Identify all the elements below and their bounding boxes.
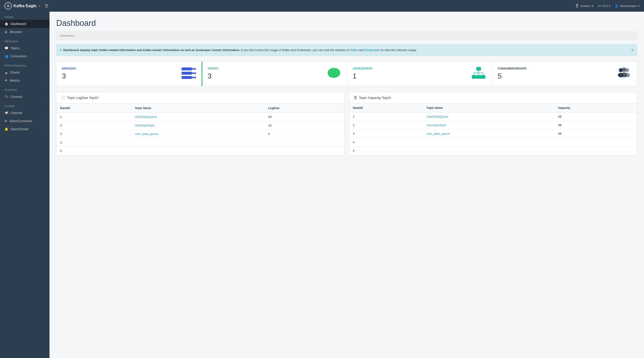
brokers-label: BROKERS — [62, 67, 76, 70]
stat-cards: BROKERS 3 — [56, 61, 637, 86]
logsize-table-card: 📄 Topic LogSize Top10 RankID Topic Name … — [56, 92, 344, 155]
zookeeper-link[interactable]: Zookeeper — [365, 48, 380, 52]
sidebar-section-plugins: PLUGINS — [0, 84, 50, 93]
capacity-table-header: 🗄 Topic Capacity Top10 — [349, 92, 637, 103]
rank-cell: 1 — [56, 112, 131, 121]
topic-link[interactable]: UserDataTopic — [135, 124, 155, 127]
info-alert: ℹ Dashboard display topic Kafka related … — [56, 44, 637, 56]
logsize-table: RankID Topic Name LogSize 1 UserDataQueu… — [56, 104, 344, 155]
sidebar-item-consumers[interactable]: 👥 Consumers — [0, 52, 50, 60]
table-row: 1 UserDataQueue 69 — [56, 112, 344, 121]
stat-card-zookeepers: ZOOKEEPERS 1 — [347, 62, 492, 86]
brokers-value: 3 — [62, 72, 76, 80]
sidebar-item-cluster[interactable]: ☁ Cluster › — [0, 68, 50, 76]
topic-link[interactable]: UserDataTopic — [426, 123, 446, 127]
chevron-right-icon: › — [44, 47, 45, 49]
chevron-right-icon: › — [44, 71, 45, 74]
svg-line-4 — [577, 5, 578, 6]
topics-value: 3 — [208, 72, 218, 80]
breadcrumb: Dashboard — [56, 31, 637, 40]
topic-cell[interactable]: UserDataQueue — [423, 112, 554, 121]
zookeepers-icon — [470, 66, 487, 81]
topic-cell — [131, 138, 264, 147]
svg-rect-5 — [182, 67, 192, 70]
hamburger-menu[interactable]: ☰ — [45, 3, 48, 8]
svg-rect-8 — [182, 72, 192, 75]
svg-rect-16 — [476, 67, 481, 71]
topic-cell — [423, 146, 554, 155]
capacity-cell — [554, 138, 637, 146]
svg-point-29 — [619, 68, 623, 72]
topics-icon: 💬 — [4, 46, 8, 50]
zookeepers-value: 1 — [352, 72, 372, 80]
logsize-table-icon: 📄 — [61, 96, 65, 100]
sidebar-item-dashboard[interactable]: 🏠 Dashboard — [0, 20, 50, 28]
svg-point-30 — [618, 73, 624, 77]
topic-cell[interactable]: UserDataTopic — [423, 121, 554, 129]
chevron-right-icon: › — [44, 95, 45, 98]
sidebar-item-topics[interactable]: 💬 Topics › — [0, 44, 50, 52]
cluster-nav-icon: ☁ — [4, 71, 8, 74]
consumergroups-value: 5 — [498, 72, 527, 80]
alarm-consumer-icon: ✉ — [4, 119, 7, 123]
capacity-cell: 0B — [554, 129, 637, 138]
sidebar-item-connect[interactable]: 🔌 Connect › — [0, 93, 50, 101]
capacity-cell: 0B — [554, 112, 637, 121]
topic-cell[interactable]: user_data_queue — [423, 129, 554, 138]
alert-close-button[interactable]: ✕ — [631, 47, 634, 53]
sidebar: VIEWS 🏠 Dashboard 🖥 BScreen MESSAGE 💬 To… — [0, 12, 50, 358]
admin-selector[interactable]: 👤 Administrator ▾ — [615, 4, 640, 8]
topic-cell[interactable]: UserDataQueue — [131, 112, 264, 121]
table-row: 3 user_data_queue 0B — [349, 129, 637, 138]
logsize-col-rankid: RankID — [56, 104, 131, 113]
topic-link[interactable]: user_data_queue — [135, 132, 158, 136]
sidebar-section-alarm: ALARM — [0, 101, 50, 109]
metrics-icon: 👁 — [4, 79, 8, 82]
dashboard-icon: 🏠 — [4, 22, 8, 26]
sidebar-item-bscreen[interactable]: 🖥 BScreen — [0, 28, 50, 36]
table-row: 4 — [349, 138, 637, 146]
rank-cell: 5 — [56, 147, 131, 155]
sidebar-item-label: AlarmCluster — [10, 127, 29, 131]
logo-circle: ⊙ — [4, 2, 12, 9]
app-logo[interactable]: ⊙ Kafka Eagle+ — [4, 2, 41, 9]
svg-rect-24 — [481, 75, 485, 79]
stat-card-brokers: BROKERS 3 — [56, 62, 202, 86]
svg-point-14 — [328, 68, 340, 78]
alert-bold-text: Dashboard display topic Kafka related in… — [63, 48, 240, 52]
capacity-table-card: 🗄 Topic Capacity Top10 RankID Topic Name… — [349, 92, 637, 155]
cluster-selector[interactable]: cluster1 ▾ — [576, 4, 593, 8]
sidebar-item-label: Channel — [10, 111, 22, 115]
main-content: Dashboard Dashboard ℹ Dashboard display … — [50, 12, 644, 358]
sidebar-item-metrics[interactable]: 👁 Metrics › — [0, 76, 50, 84]
topic-link[interactable]: user_data_queue — [426, 132, 450, 135]
capacity-col-rankid: RankID — [349, 103, 423, 112]
kafka-link[interactable]: Kafka — [350, 48, 358, 52]
topnav-left: ⊙ Kafka Eagle+ ☰ — [4, 2, 48, 9]
topics-label: TOPICS — [208, 67, 218, 70]
topic-link[interactable]: UserDataQueue — [426, 115, 448, 118]
logsize-cell — [264, 147, 344, 155]
rank-cell: 3 — [56, 129, 131, 138]
channel-icon: 📢 — [4, 111, 8, 115]
sidebar-item-label: BScreen — [10, 30, 22, 34]
topnav-right: cluster1 ▾ 🏷 V2.0.4 👤 Administrator ▾ — [576, 4, 640, 8]
svg-point-9 — [192, 72, 194, 74]
topic-cell[interactable]: UserDataTopic — [131, 121, 264, 129]
sidebar-item-alarmcluster[interactable]: 🔔 AlarmCluster › — [0, 125, 50, 133]
chevron-right-icon: › — [44, 120, 45, 122]
sidebar-item-label: AlarmConsumer — [10, 119, 32, 123]
topic-cell — [131, 147, 264, 155]
rank-cell: 2 — [56, 121, 131, 129]
svg-point-7 — [194, 68, 196, 70]
topics-icon — [326, 66, 342, 81]
sidebar-item-channel[interactable]: 📢 Channel › — [0, 109, 50, 117]
sidebar-item-alarmconsumer[interactable]: ✉ AlarmConsumer › — [0, 117, 50, 125]
sidebar-section-views: VIEWS — [0, 12, 50, 20]
topic-cell[interactable]: user_data_queue — [131, 129, 264, 138]
table-row: 3 user_data_queue 0 — [56, 129, 344, 138]
svg-rect-23 — [476, 75, 481, 79]
info-icon: ℹ — [60, 48, 61, 52]
topic-link[interactable]: UserDataQueue — [135, 115, 157, 118]
chevron-right-icon: › — [44, 128, 45, 130]
